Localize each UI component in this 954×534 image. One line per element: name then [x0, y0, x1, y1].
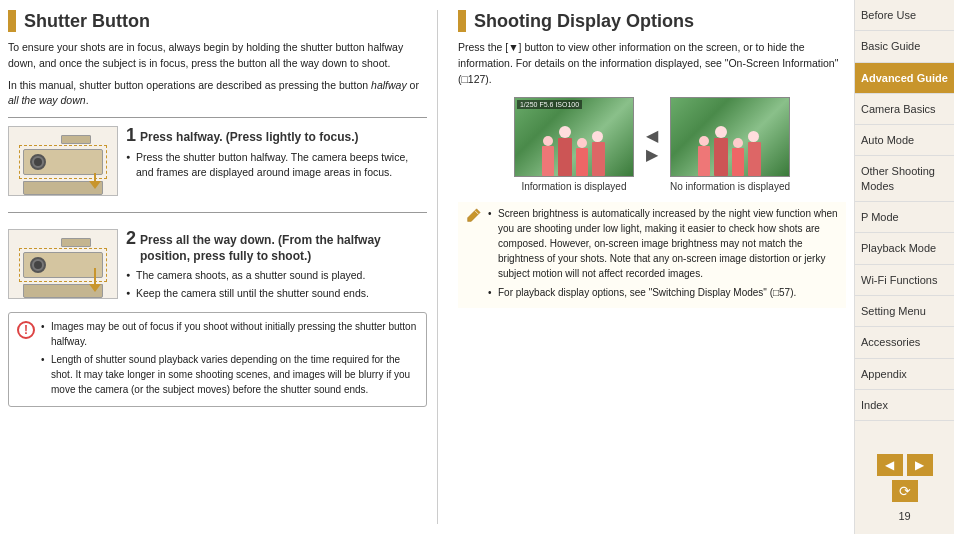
step-2-header: 2 Press all the way down. (From the half… — [126, 229, 427, 264]
warning-1: Images may be out of focus if you shoot … — [41, 319, 418, 349]
sidebar-item-camera-basics[interactable]: Camera Basics — [855, 94, 954, 125]
left-title: Shutter Button — [24, 11, 150, 32]
sidebar-item-auto-mode[interactable]: Auto Mode — [855, 125, 954, 156]
step-2-row: 2 Press all the way down. (From the half… — [8, 229, 427, 304]
pencil-icon — [464, 207, 482, 225]
display-img-with-info: 1/250 F5.6 ISO100 Information is display… — [514, 97, 634, 192]
camera-screen-with-info: 1/250 F5.6 ISO100 — [514, 97, 634, 177]
step-2-bullet-2: Keep the camera still until the shutter … — [126, 286, 427, 302]
sidebar-item-other-shooting[interactable]: Other Shooting Modes — [855, 156, 954, 202]
note-row: Screen brightness is automatically incre… — [464, 206, 840, 304]
arrow-right-icon: ▶ — [646, 145, 658, 164]
sidebar-item-playback-mode[interactable]: Playback Mode — [855, 233, 954, 264]
note-1: Screen brightness is automatically incre… — [488, 206, 840, 281]
sidebar-item-before-use[interactable]: Before Use — [855, 0, 954, 31]
note-box: Screen brightness is automatically incre… — [458, 202, 846, 308]
right-title: Shooting Display Options — [474, 11, 694, 32]
sidebar-item-appendix[interactable]: Appendix — [855, 359, 954, 390]
note-2: For playback display options, see "Switc… — [488, 285, 840, 300]
step-1-row: 1 Press halfway. (Press lightly to focus… — [8, 126, 427, 196]
step-2-number: 2 — [126, 229, 136, 247]
nav-next-button[interactable]: ▶ — [907, 454, 933, 476]
people-silhouettes — [515, 122, 633, 177]
note-text: Screen brightness is automatically incre… — [488, 206, 840, 304]
divider-1 — [8, 117, 427, 118]
step-2-bullets: The camera shoots, as a shutter sound is… — [126, 268, 427, 302]
left-section-title: Shutter Button — [8, 10, 427, 32]
left-intro-1: To ensure your shots are in focus, alway… — [8, 40, 427, 72]
right-section-title: Shooting Display Options — [458, 10, 846, 32]
steps-area: 1 Press halfway. (Press lightly to focus… — [8, 126, 427, 304]
step-1-number: 1 — [126, 126, 136, 144]
step-1-bullets: Press the shutter button halfway. The ca… — [126, 150, 427, 182]
warning-2: Length of shutter sound playback varies … — [41, 352, 418, 397]
nav-prev-button[interactable]: ◀ — [877, 454, 903, 476]
sidebar-footer: ◀ ▶ ⟳ 19 — [855, 446, 954, 534]
caption-with-info: Information is displayed — [514, 181, 634, 192]
step-1-content: 1 Press halfway. (Press lightly to focus… — [126, 126, 427, 183]
page-number: 19 — [892, 506, 916, 526]
step-1-bullet-1: Press the shutter button halfway. The ca… — [126, 150, 427, 182]
sidebar-item-index[interactable]: Index — [855, 390, 954, 421]
arrows-between: ◀ ▶ — [646, 126, 658, 164]
left-column: Shutter Button To ensure your shots are … — [8, 10, 438, 524]
sidebar-item-basic-guide[interactable]: Basic Guide — [855, 31, 954, 62]
step-1-title: Press halfway. (Press lightly to focus.) — [140, 130, 359, 146]
warning-text: Images may be out of focus if you shoot … — [41, 319, 418, 400]
title-bar-right — [458, 10, 466, 32]
step-2-image — [8, 229, 118, 299]
nav-buttons: ◀ ▶ — [877, 454, 933, 476]
step-2-bullet-1: The camera shoots, as a shutter sound is… — [126, 268, 427, 284]
warning-icon: ! — [17, 321, 35, 339]
sidebar-item-p-mode[interactable]: P Mode — [855, 202, 954, 233]
main-content: Shutter Button To ensure your shots are … — [0, 0, 854, 534]
sidebar-item-wifi[interactable]: Wi-Fi Functions — [855, 265, 954, 296]
arrow-left-icon: ◀ — [646, 126, 658, 145]
step-2-content: 2 Press all the way down. (From the half… — [126, 229, 427, 304]
sidebar: Before Use Basic Guide Advanced Guide Ca… — [854, 0, 954, 534]
step-2-title: Press all the way down. (From the halfwa… — [140, 233, 427, 264]
step-1-image — [8, 126, 118, 196]
step-1-header: 1 Press halfway. (Press lightly to focus… — [126, 126, 427, 146]
right-column: Shooting Display Options Press the [▼] b… — [448, 10, 846, 524]
warning-box: ! Images may be out of focus if you shoo… — [8, 312, 427, 407]
caption-no-info: No information is displayed — [670, 181, 790, 192]
left-intro-2: In this manual, shutter button operation… — [8, 78, 427, 110]
divider-2 — [8, 212, 427, 213]
display-img-no-info: No information is displayed — [670, 97, 790, 192]
right-intro: Press the [▼] button to view other infor… — [458, 40, 846, 87]
people-silhouettes-2 — [671, 122, 789, 177]
sidebar-item-advanced-guide[interactable]: Advanced Guide — [855, 63, 954, 94]
camera-screen-info-overlay: 1/250 F5.6 ISO100 — [517, 100, 582, 109]
note-icon — [464, 207, 482, 225]
nav-home-button[interactable]: ⟳ — [892, 480, 918, 502]
display-images: 1/250 F5.6 ISO100 Information is display… — [458, 97, 846, 192]
camera-screen-no-info — [670, 97, 790, 177]
title-bar-left — [8, 10, 16, 32]
sidebar-item-accessories[interactable]: Accessories — [855, 327, 954, 358]
sidebar-item-setting-menu[interactable]: Setting Menu — [855, 296, 954, 327]
